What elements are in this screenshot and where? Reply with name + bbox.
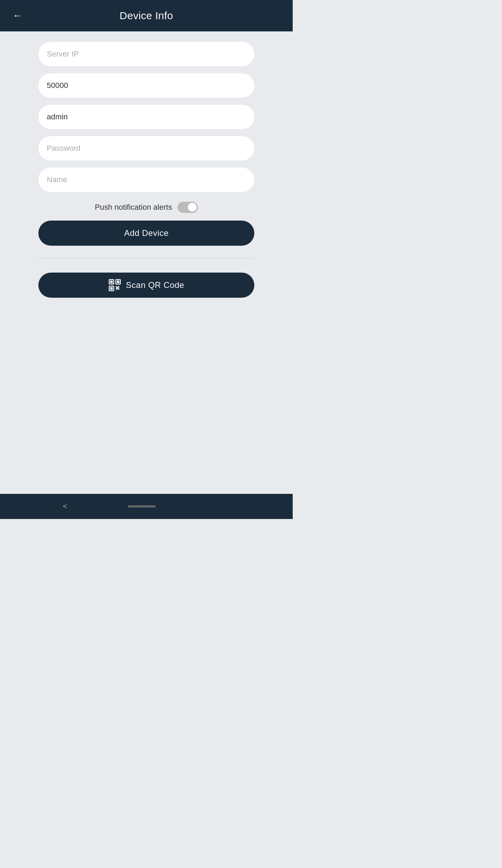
add-device-button[interactable]: Add Device (38, 221, 254, 246)
port-input[interactable] (38, 73, 254, 98)
password-input[interactable] (38, 136, 254, 161)
toggle-thumb (188, 203, 197, 212)
push-notification-row: Push notification alerts (38, 202, 254, 213)
scan-qr-button[interactable]: Scan QR Code (38, 273, 254, 298)
bottom-navigation: < (0, 494, 293, 519)
section-divider (38, 258, 254, 259)
svg-rect-3 (117, 281, 119, 283)
server-ip-input[interactable] (38, 42, 254, 66)
main-content: Push notification alerts Add Device Scan (0, 31, 293, 494)
qr-code-icon (108, 279, 121, 291)
svg-rect-5 (110, 287, 113, 290)
bottom-back-button[interactable]: < (63, 502, 67, 511)
app-header: ← Device Info (0, 0, 293, 31)
svg-rect-1 (110, 281, 113, 283)
push-notification-toggle[interactable] (178, 202, 198, 213)
push-notification-label: Push notification alerts (95, 203, 172, 212)
back-button[interactable]: ← (10, 8, 25, 23)
svg-rect-10 (117, 287, 118, 289)
name-input[interactable] (38, 168, 254, 192)
home-indicator[interactable] (128, 505, 156, 507)
username-input[interactable] (38, 105, 254, 129)
page-title: Device Info (120, 10, 173, 22)
